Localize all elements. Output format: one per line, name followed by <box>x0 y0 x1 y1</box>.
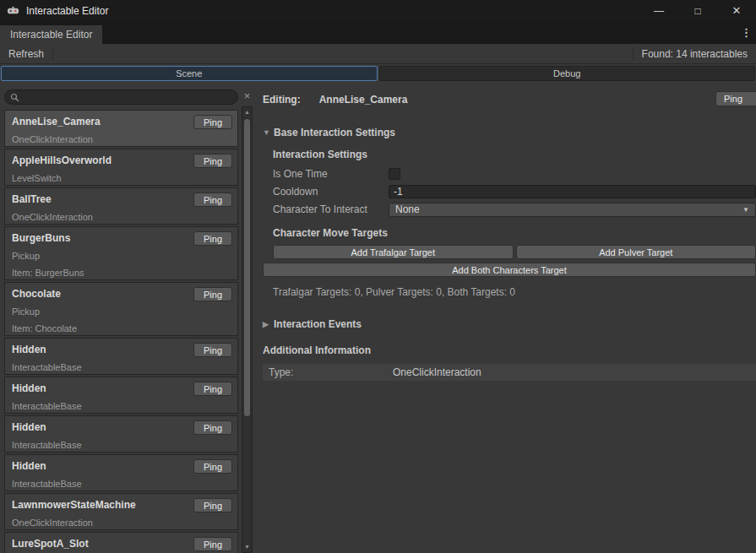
item-type: Pickup <box>12 306 231 317</box>
foldout-label: Interaction Events <box>274 318 362 330</box>
tab-interactable-editor[interactable]: Interactable Editor <box>0 25 102 44</box>
mode-tabs: Scene Debug <box>1 66 755 81</box>
list-item-chocolate[interactable]: Chocolate Pickup Item: Chocolate Ping <box>4 282 238 336</box>
item-type: OneClickInteraction <box>12 212 231 222</box>
list-item-hidden-4[interactable]: Hidden InteractableBase Ping <box>4 454 238 491</box>
main-content: AnneLise_Camera OneClickInteraction Ping… <box>0 83 756 553</box>
magnifier-icon <box>10 93 19 102</box>
list-item-annelise-camera[interactable]: AnneLise_Camera OneClickInteraction Ping <box>4 110 238 147</box>
interaction-settings-header: Interaction Settings <box>273 149 756 160</box>
list-item-balltree[interactable]: BallTree OneClickInteraction Ping <box>4 187 238 225</box>
foldout-closed-icon: ▶ <box>263 320 274 328</box>
ping-button-header[interactable]: Ping <box>715 91 756 106</box>
ping-button[interactable]: Ping <box>193 115 232 129</box>
ping-button[interactable]: Ping <box>193 192 232 207</box>
add-target-buttons-row: Add Trafalgar Target Add Pulver Target <box>273 245 756 259</box>
scrollbar-up-icon[interactable]: ▲ <box>244 107 250 117</box>
item-type: Pickup <box>12 251 231 261</box>
foldout-interaction-events[interactable]: ▶ Interaction Events <box>263 318 756 330</box>
targets-summary: Trafalgar Targets: 0, Pulver Targets: 0,… <box>273 286 756 298</box>
tab-scene[interactable]: Scene <box>1 66 378 81</box>
character-to-interact-row: Character To Interact None ▼ <box>273 202 756 217</box>
ping-button[interactable]: Ping <box>193 498 232 512</box>
cooldown-row: Cooldown -1 <box>273 184 756 199</box>
editing-header: Editing: AnneLise_Camera <box>263 91 756 108</box>
tab-menu-icon[interactable]: ⋮ <box>737 26 756 39</box>
item-detail: Item: BurgerBuns <box>12 268 231 278</box>
found-count-label: Found: 14 interactables <box>634 48 756 60</box>
list-column: AnneLise_Camera OneClickInteraction Ping… <box>4 88 238 553</box>
add-trafalgar-target-button[interactable]: Add Trafalgar Target <box>273 245 514 259</box>
foldout-base-interaction-settings[interactable]: ▼ Base Interaction Settings <box>263 127 756 138</box>
scrollbar-down-icon[interactable]: ▼ <box>244 542 250 552</box>
type-value: OneClickInteraction <box>393 366 481 378</box>
list-side-column: × ▲ ▼ <box>238 88 256 553</box>
character-to-interact-dropdown[interactable]: None ▼ <box>389 203 756 217</box>
character-move-targets-header: Character Move Targets <box>273 227 756 239</box>
item-type: OneClickInteraction <box>12 134 231 144</box>
toolbar-divider <box>52 47 53 61</box>
item-type: InteractableBase <box>12 401 231 411</box>
window-title: Interactable Editor <box>26 5 108 17</box>
add-both-characters-target-button[interactable]: Add Both Characters Target <box>263 263 756 277</box>
foldout-open-icon: ▼ <box>263 128 274 137</box>
interactable-editor-window: Interactable Editor — □ ✕ Interactable E… <box>0 0 756 553</box>
titlebar: Interactable Editor — □ ✕ <box>0 0 756 21</box>
maximize-icon[interactable]: □ <box>678 0 717 21</box>
base-settings-group: Interaction Settings Is One Time Cooldow… <box>273 149 756 298</box>
list-item-applehills-overworld[interactable]: AppleHillsOverworld LevelSwitch Ping <box>4 149 238 186</box>
item-type: OneClickInteraction <box>12 518 231 528</box>
editor-panel: Editing: AnneLise_Camera Ping ▼ Base Int… <box>256 83 756 553</box>
minimize-icon[interactable]: — <box>639 0 678 21</box>
scrollbar-track[interactable] <box>242 117 252 542</box>
item-type: InteractableBase <box>12 362 231 372</box>
search-input[interactable] <box>4 89 238 105</box>
ping-button[interactable]: Ping <box>193 537 232 551</box>
character-to-interact-label: Character To Interact <box>273 203 389 215</box>
cooldown-label: Cooldown <box>273 186 389 198</box>
editing-label: Editing: <box>263 94 301 106</box>
is-one-time-checkbox[interactable] <box>389 168 400 180</box>
add-pulver-target-button[interactable]: Add Pulver Target <box>516 245 756 259</box>
ping-button[interactable]: Ping <box>193 287 232 301</box>
list-item-burgerbuns[interactable]: BurgerBuns Pickup Item: BurgerBuns Ping <box>4 226 238 280</box>
document-tabstrip: Interactable Editor ⋮ <box>0 21 756 44</box>
interactable-list-panel: AnneLise_Camera OneClickInteraction Ping… <box>0 83 256 553</box>
ping-button[interactable]: Ping <box>193 231 232 246</box>
ping-button[interactable]: Ping <box>193 382 232 396</box>
search-clear-icon[interactable]: × <box>244 88 251 105</box>
scrollbar-thumb[interactable] <box>244 119 250 416</box>
item-type: LevelSwitch <box>12 173 231 183</box>
item-type: InteractableBase <box>12 440 231 450</box>
cooldown-field[interactable]: -1 <box>389 185 756 198</box>
additional-information-header: Additional Information <box>263 344 756 356</box>
list-item-lurespota-slot[interactable]: LureSpotA_Slot Ping <box>4 532 238 553</box>
gamepad-icon <box>7 4 19 17</box>
dropdown-value: None <box>395 203 420 215</box>
item-detail: Item: Chocolate <box>12 323 231 333</box>
ping-button[interactable]: Ping <box>193 154 232 168</box>
tab-debug[interactable]: Debug <box>379 66 756 81</box>
ping-button[interactable]: Ping <box>193 420 232 435</box>
editing-value: AnneLise_Camera <box>319 94 408 106</box>
window-controls: — □ ✕ <box>639 0 756 21</box>
toolbar: Refresh Found: 14 interactables <box>0 44 756 64</box>
refresh-button[interactable]: Refresh <box>0 44 52 63</box>
item-type: InteractableBase <box>12 479 231 489</box>
ping-button[interactable]: Ping <box>193 459 232 474</box>
list-item-hidden-1[interactable]: Hidden InteractableBase Ping <box>4 338 238 375</box>
list-item-hidden-3[interactable]: Hidden InteractableBase Ping <box>4 415 238 453</box>
interactable-list: AnneLise_Camera OneClickInteraction Ping… <box>4 110 238 553</box>
ping-button[interactable]: Ping <box>193 343 232 357</box>
chevron-down-icon: ▼ <box>742 206 749 214</box>
list-item-hidden-2[interactable]: Hidden InteractableBase Ping <box>4 377 238 414</box>
search-row <box>4 88 238 108</box>
foldout-label: Base Interaction Settings <box>274 127 395 138</box>
type-label: Type: <box>269 366 393 378</box>
close-icon[interactable]: ✕ <box>717 0 756 21</box>
is-one-time-label: Is One Time <box>273 168 389 180</box>
list-item-lawnmower-statemachine[interactable]: LawnmowerStateMachine OneClickInteractio… <box>4 493 238 530</box>
is-one-time-row: Is One Time <box>273 166 756 182</box>
type-row: Type: OneClickInteraction <box>263 364 756 381</box>
list-scrollbar[interactable]: ▲ ▼ <box>242 106 253 553</box>
